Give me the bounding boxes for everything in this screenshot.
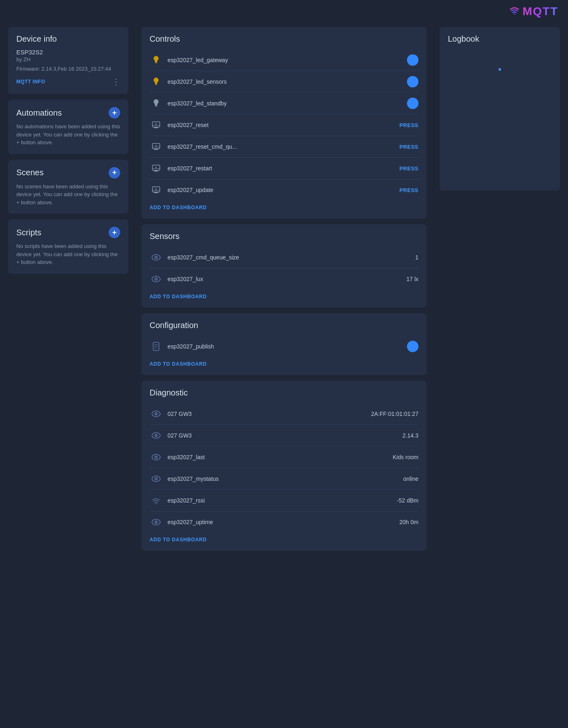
svg-rect-2 <box>155 63 157 63</box>
scenes-title: Scenes <box>16 168 44 177</box>
toggle-led-sensors[interactable] <box>407 76 418 87</box>
diagnostic-name-last: esp32027_last <box>168 454 393 460</box>
control-row-reset-cmd: esp32027_reset_cmd_qu... PRESS <box>150 136 418 158</box>
device-info-card: Device info ESP32S2 by ZH Firmware: 2.14… <box>8 27 128 94</box>
svg-point-29 <box>156 257 157 258</box>
sensors-card: Sensors esp32027_cmd_queue_size 1 <box>141 224 427 308</box>
control-row-update: esp32027_update PRESS <box>150 179 418 201</box>
diagnostic-value-mystatus: online <box>403 476 418 482</box>
scenes-description: No scenes have been added using this dev… <box>16 183 120 207</box>
diagnostic-card: Diagnostic 027 GW3 2A:FF:01:01:01:27 <box>141 381 427 551</box>
control-row-reset: esp32027_reset PRESS <box>150 114 418 136</box>
diagnostic-row-uptime: esp32027_uptime 20h 0m <box>150 511 418 533</box>
diagnostic-row-mystatus: esp32027_mystatus online <box>150 468 418 490</box>
control-row-led-sensors: esp32027_led_sensors <box>150 71 418 93</box>
screen-icon-restart <box>150 162 163 175</box>
configuration-add-to-dashboard-button[interactable]: ADD TO DASHBOARD <box>150 357 207 368</box>
diagnostic-row-gw3-mac: 027 GW3 2A:FF:01:01:01:27 <box>150 403 418 425</box>
control-row-restart: esp32027_restart PRESS <box>150 158 418 179</box>
toggle-led-standby[interactable] <box>407 98 418 109</box>
diagnostic-value-gw3-mac: 2A:FF:01:01:01:27 <box>371 411 418 417</box>
screen-icon-reset-cmd <box>150 140 163 153</box>
svg-rect-4 <box>155 84 157 85</box>
eye-icon-gw3-ver <box>150 429 163 442</box>
sensor-name-lux: esp32027_lux <box>168 276 406 282</box>
control-name-reset-cmd: esp32027_reset_cmd_qu... <box>168 143 399 150</box>
toggle-led-gateway[interactable] <box>407 54 418 66</box>
svg-point-45 <box>156 457 157 458</box>
press-button-restart[interactable]: PRESS <box>399 165 418 172</box>
eye-icon-mystatus <box>150 472 163 485</box>
control-row-led-standby: esp32027_led_standby <box>150 93 418 114</box>
add-automation-button[interactable]: + <box>109 107 120 118</box>
logbook-title: Logbook <box>448 34 552 44</box>
config-row-publish: esp32027_publish <box>150 336 418 357</box>
right-column: Logbook <box>433 27 560 551</box>
svg-point-48 <box>156 478 157 479</box>
svg-rect-3 <box>155 83 157 84</box>
bulb-off-icon <box>150 97 163 110</box>
svg-point-52 <box>156 522 157 523</box>
configuration-card: Configuration esp32027_publish ADD TO DA… <box>141 313 427 375</box>
svg-point-39 <box>156 413 157 414</box>
control-name-restart: esp32027_restart <box>168 165 399 172</box>
press-button-reset[interactable]: PRESS <box>399 122 418 128</box>
main-layout: Device info ESP32S2 by ZH Firmware: 2.14… <box>0 23 568 555</box>
svg-point-42 <box>156 435 157 436</box>
diagnostic-name-uptime: esp32027_uptime <box>168 519 399 525</box>
sensors-title: Sensors <box>150 232 418 241</box>
control-name-led-standby: esp32027_led_standby <box>168 100 407 107</box>
automations-title: Automations <box>16 108 62 118</box>
scripts-card: Scripts + No scripts have been added usi… <box>8 219 128 274</box>
screen-icon-reset <box>150 118 163 132</box>
diagnostic-row-last: esp32027_last Kids room <box>150 447 418 468</box>
config-name-publish: esp32027_publish <box>168 343 407 350</box>
toggle-publish[interactable] <box>407 341 418 352</box>
scenes-header: Scenes + <box>16 167 120 179</box>
logo-text: MQTT <box>523 5 558 18</box>
middle-column: Controls esp32027_led_gateway <box>135 27 433 551</box>
device-info-title: Device info <box>16 34 120 44</box>
diagnostic-name-gw3-mac: 027 GW3 <box>168 411 371 417</box>
wifi-logo-icon <box>509 5 520 18</box>
sensor-value-cmd-queue: 1 <box>415 254 418 261</box>
sensor-row-lux: esp32027_lux 17 lx <box>150 268 418 290</box>
add-script-button[interactable]: + <box>109 227 120 238</box>
mqtt-info-link[interactable]: MQTT INFO <box>16 79 45 85</box>
controls-add-to-dashboard-button[interactable]: ADD TO DASHBOARD <box>150 201 207 211</box>
sensor-name-cmd-queue: esp32027_cmd_queue_size <box>168 254 415 261</box>
device-by: by ZH <box>16 56 120 63</box>
press-button-update[interactable]: PRESS <box>399 187 418 193</box>
eye-icon-uptime <box>150 516 163 529</box>
device-name: ESP32S2 <box>16 49 120 56</box>
diagnostic-row-rssi: esp32027_rssi -52 dBm <box>150 490 418 511</box>
sensor-value-lux: 17 lx <box>406 276 418 282</box>
scripts-header: Scripts + <box>16 227 120 238</box>
control-name-reset: esp32027_reset <box>168 122 399 128</box>
configuration-title: Configuration <box>150 321 418 330</box>
automations-header: Automations + <box>16 107 120 118</box>
svg-rect-1 <box>155 62 157 63</box>
device-menu-button[interactable]: ⋮ <box>112 77 120 87</box>
diagnostic-add-to-dashboard-button[interactable]: ADD TO DASHBOARD <box>150 533 207 543</box>
controls-card: Controls esp32027_led_gateway <box>141 27 427 219</box>
sensors-add-to-dashboard-button[interactable]: ADD TO DASHBOARD <box>150 290 207 300</box>
diagnostic-name-gw3-ver: 027 GW3 <box>168 432 403 439</box>
press-button-reset-cmd[interactable]: PRESS <box>399 144 418 150</box>
automations-card: Automations + No automations have been a… <box>8 100 128 154</box>
diagnostic-value-uptime: 20h 0m <box>399 519 418 525</box>
controls-title: Controls <box>150 34 418 44</box>
bulb-icon <box>150 54 163 67</box>
svg-point-49 <box>156 503 157 504</box>
diagnostic-value-last: Kids room <box>393 454 418 460</box>
device-footer: MQTT INFO ⋮ <box>16 77 120 87</box>
control-name-update: esp32027_update <box>168 187 399 193</box>
bulb-icon-2 <box>150 75 163 88</box>
logbook-dot <box>499 68 501 71</box>
scenes-card: Scenes + No scenes have been added using… <box>8 160 128 214</box>
eye-icon-gw3-mac <box>150 407 163 420</box>
control-name-led-sensors: esp32027_led_sensors <box>168 78 407 85</box>
diagnostic-name-mystatus: esp32027_mystatus <box>168 476 403 482</box>
control-row-led-gateway: esp32027_led_gateway <box>150 49 418 71</box>
add-scene-button[interactable]: + <box>109 167 120 179</box>
